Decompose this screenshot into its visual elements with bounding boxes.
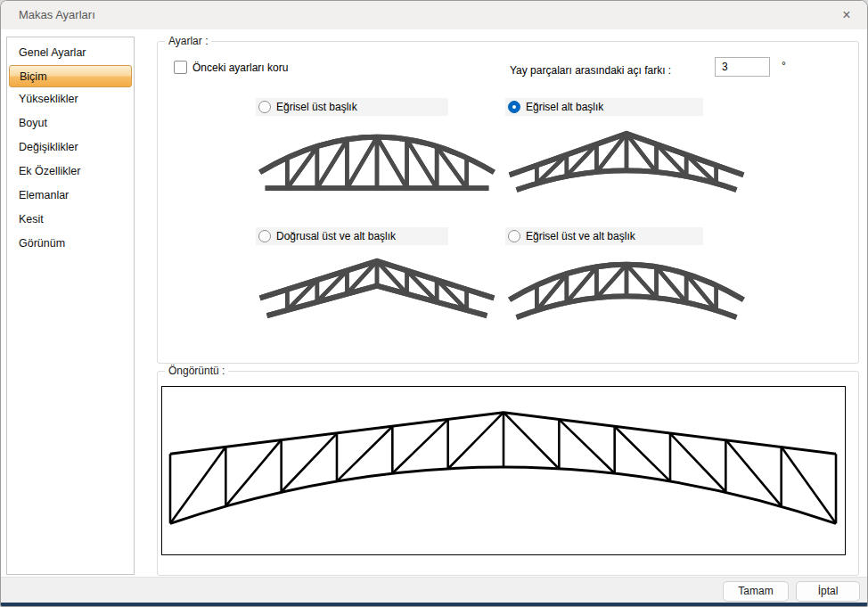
truss-thumbnail-straight-top-bottom-icon (256, 254, 498, 323)
close-icon[interactable]: × (838, 6, 856, 24)
footer-bar: Tamam İptal (1, 577, 867, 604)
settings-group-title: Ayarlar : (165, 35, 211, 47)
option-curved-top-bottom: Eğrisel üst ve alt başlık (505, 227, 748, 323)
radio-row-straight-top-bottom[interactable]: Doğrusal üst ve alt başlık (256, 227, 448, 245)
truss-thumbnail-curved-top-icon (256, 127, 498, 195)
option-curved-bottom: Eğrisel alt başlık (505, 98, 748, 195)
keep-previous-settings-row[interactable]: Önceki ayarları koru (174, 61, 288, 74)
degree-unit-label: ° (782, 60, 786, 72)
truss-thumbnail-curved-top-bottom-icon (505, 254, 748, 323)
preview-group-title: Öngörüntü : (165, 365, 228, 377)
radio-curved-top-bottom-icon[interactable] (508, 230, 520, 242)
window-title: Makas Ayarları (19, 8, 95, 21)
sidebar-item-degisiklikler[interactable]: Değişiklikler (7, 135, 134, 160)
option-curved-top: Eğrisel üst başlık (256, 98, 498, 195)
preview-groupbox: Öngörüntü : (157, 371, 859, 576)
sidebar-item-bicim[interactable]: Biçim (9, 65, 132, 87)
keep-previous-label: Önceki ayarları koru (192, 62, 288, 74)
sidebar-item-genel-ayarlar[interactable]: Genel Ayarlar (7, 41, 134, 65)
truss-thumbnail-curved-bottom-icon (505, 127, 748, 195)
angle-difference-input[interactable] (715, 57, 770, 77)
radio-curved-bottom-label: Eğrisel alt başlık (526, 101, 603, 113)
titlebar: Makas Ayarları × (1, 1, 867, 29)
sidebar-item-ek-ozellikler[interactable]: Ek Özellikler (7, 160, 134, 184)
radio-curved-top-icon[interactable] (258, 101, 271, 113)
truss-preview-drawing (162, 387, 845, 554)
option-straight-top-bottom: Doğrusal üst ve alt başlık (256, 227, 498, 323)
ok-button[interactable]: Tamam (723, 581, 789, 602)
radio-curved-top-label: Eğrisel üst başlık (276, 101, 357, 113)
dialog-window: Makas Ayarları × Genel Ayarlar Biçim Yük… (0, 0, 868, 607)
window-bottom-edge (1, 603, 867, 606)
settings-groupbox: Ayarlar : Önceki ayarları koru Yay parça… (157, 41, 859, 364)
radio-row-curved-bottom[interactable]: Eğrisel alt başlık (505, 98, 703, 116)
cancel-button[interactable]: İptal (796, 581, 860, 602)
sidebar-item-boyut[interactable]: Boyut (7, 111, 134, 135)
sidebar-item-yukseklikler[interactable]: Yükseklikler (7, 87, 134, 111)
sidebar-item-elemanlar[interactable]: Elemanlar (7, 184, 134, 208)
preview-canvas (161, 386, 846, 555)
radio-row-curved-top[interactable]: Eğrisel üst başlık (256, 98, 448, 116)
radio-row-curved-top-bottom[interactable]: Eğrisel üst ve alt başlık (505, 227, 703, 245)
keep-previous-checkbox[interactable] (174, 61, 187, 74)
radio-straight-top-bottom-icon[interactable] (258, 230, 271, 242)
sidebar-item-gorunum[interactable]: Görünüm (7, 232, 134, 256)
radio-curved-top-bottom-label: Eğrisel üst ve alt başlık (526, 230, 635, 242)
angle-difference-label: Yay parçaları arasındaki açı farkı : (510, 64, 671, 77)
radio-straight-top-bottom-label: Doğrusal üst ve alt başlık (276, 230, 396, 242)
radio-curved-bottom-icon[interactable] (508, 101, 520, 113)
sidebar-item-kesit[interactable]: Kesit (7, 208, 134, 232)
sidebar: Genel Ayarlar Biçim Yükseklikler Boyut D… (6, 37, 135, 575)
